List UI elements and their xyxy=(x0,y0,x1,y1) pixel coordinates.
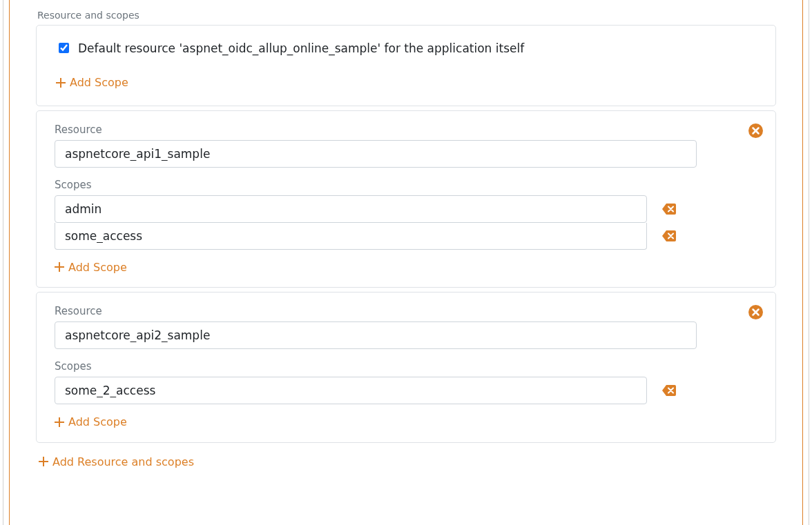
delete-scope-button[interactable] xyxy=(662,385,676,396)
resource-input[interactable] xyxy=(55,321,697,349)
default-resource-card: Default resource 'aspnet_oidc_allup_onli… xyxy=(36,25,776,106)
section-title: Resource and scopes xyxy=(37,0,776,21)
scope-input[interactable] xyxy=(55,377,647,404)
default-resource-checkbox[interactable] xyxy=(59,43,69,53)
scopes-field-label: Scopes xyxy=(55,360,757,373)
add-scope-button[interactable]: Add Scope xyxy=(55,261,127,274)
backspace-icon xyxy=(662,204,676,215)
resource-card: Resource Scopes xyxy=(36,110,776,288)
scope-row xyxy=(55,195,676,223)
resource-card: Resource Scopes Add Scope xyxy=(36,292,776,443)
delete-scope-button[interactable] xyxy=(662,230,676,241)
delete-resource-button[interactable] xyxy=(748,305,763,319)
add-scope-button[interactable]: Add Scope xyxy=(56,76,128,89)
close-circle-icon xyxy=(748,123,763,138)
plus-icon xyxy=(56,78,66,88)
delete-resource-button[interactable] xyxy=(748,123,763,138)
resource-field-label: Resource xyxy=(55,305,757,317)
close-circle-icon xyxy=(748,305,763,319)
plus-icon xyxy=(39,457,48,466)
scope-input[interactable] xyxy=(55,195,647,223)
add-scope-label: Add Scope xyxy=(70,76,128,89)
backspace-icon xyxy=(662,230,676,241)
add-resource-button[interactable]: Add Resource and scopes xyxy=(39,455,194,468)
backspace-icon xyxy=(662,385,676,396)
add-scope-label: Add Scope xyxy=(68,415,127,428)
add-resource-label: Add Resource and scopes xyxy=(52,455,194,468)
plus-icon xyxy=(55,262,64,272)
add-scope-button[interactable]: Add Scope xyxy=(55,415,127,428)
default-resource-label[interactable]: Default resource 'aspnet_oidc_allup_onli… xyxy=(78,41,524,55)
scopes-field-label: Scopes xyxy=(55,179,757,191)
delete-scope-button[interactable] xyxy=(662,204,676,215)
resource-input[interactable] xyxy=(55,140,697,168)
add-scope-label: Add Scope xyxy=(68,261,127,274)
resource-field-label: Resource xyxy=(55,123,757,136)
plus-icon xyxy=(55,417,64,427)
scope-row xyxy=(55,223,676,250)
scope-input[interactable] xyxy=(55,223,647,250)
scope-row xyxy=(55,377,676,404)
